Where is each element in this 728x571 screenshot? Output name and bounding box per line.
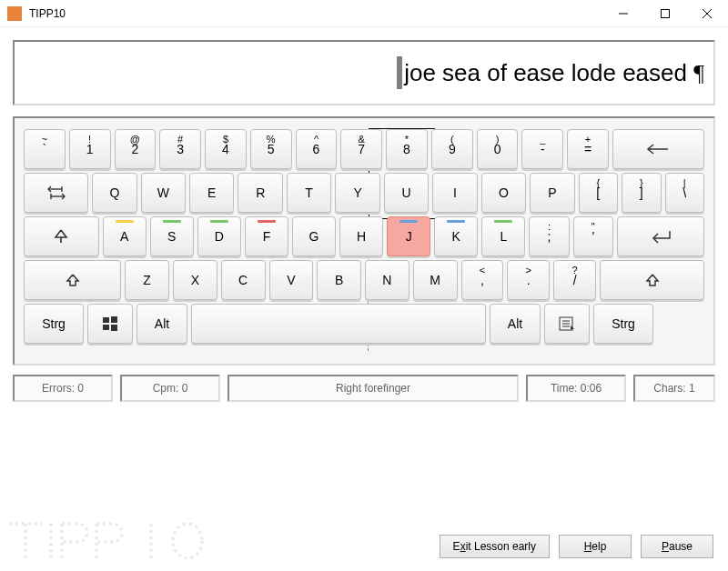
key-B[interactable]: B xyxy=(317,260,361,300)
key-backspace[interactable] xyxy=(612,129,704,169)
key-M[interactable]: M xyxy=(413,260,458,300)
key-L[interactable]: L xyxy=(481,216,525,256)
lesson-text-panel: joe sea of ease lode eased ¶ xyxy=(13,40,715,105)
svg-rect-12 xyxy=(103,325,109,330)
text-cursor xyxy=(397,56,402,89)
key-alt-right[interactable]: Alt xyxy=(490,304,541,344)
key-row-1: ~`!1@2#3$4%5^6&7*8(9)0_-+= xyxy=(24,129,704,169)
exit-lesson-button[interactable]: Exit Lesson early xyxy=(440,535,550,558)
key-7[interactable]: &7 xyxy=(340,129,382,169)
key-6[interactable]: ^6 xyxy=(296,129,338,169)
key-Y[interactable]: Y xyxy=(335,173,379,213)
key-2[interactable]: @2 xyxy=(115,129,157,169)
key-tab[interactable] xyxy=(24,173,88,213)
key-=[interactable]: += xyxy=(567,129,609,169)
key-9[interactable]: (9 xyxy=(431,129,473,169)
main-area: joe sea of ease lode eased ¶ ~`!1@2#3$4%… xyxy=(0,27,728,415)
status-chars: Chars: 1 xyxy=(633,375,715,402)
key-4[interactable]: $4 xyxy=(205,129,247,169)
status-cpm: Cpm: 0 xyxy=(120,375,220,402)
window-title: TIPP10 xyxy=(29,7,602,20)
key-capslock[interactable] xyxy=(24,216,99,256)
key-N[interactable]: N xyxy=(365,260,410,300)
key-X[interactable]: X xyxy=(173,260,217,300)
key-T[interactable]: T xyxy=(287,173,331,213)
key-shift-left[interactable] xyxy=(24,260,121,300)
key-F[interactable]: F xyxy=(245,216,288,256)
key-row-4: ZXCVBNM<,>.?/ xyxy=(24,260,704,300)
key-5[interactable]: %5 xyxy=(250,129,292,169)
virtual-keyboard: ~`!1@2#3$4%5^6&7*8(9)0_-+= QWERTYUIOP{[}… xyxy=(13,116,715,366)
key-punct[interactable]: :; xyxy=(529,216,569,256)
key-windows-key[interactable] xyxy=(87,304,133,344)
key-punct[interactable]: >. xyxy=(507,260,550,300)
key-bracket[interactable]: |\ xyxy=(665,173,705,213)
watermark-logo xyxy=(5,518,224,564)
key-punct[interactable]: ?/ xyxy=(553,260,596,300)
key-A[interactable]: A xyxy=(103,216,147,256)
key-0[interactable]: )0 xyxy=(477,129,519,169)
key-ctrl-right[interactable]: Strg xyxy=(593,304,653,344)
window-controls xyxy=(602,0,728,26)
key-8[interactable]: *8 xyxy=(386,129,428,169)
key-S[interactable]: S xyxy=(150,216,194,256)
key-punct[interactable]: <, xyxy=(461,260,504,300)
pause-button[interactable]: Pause xyxy=(641,535,713,558)
key-H[interactable]: H xyxy=(339,216,383,256)
key-Q[interactable]: Q xyxy=(92,173,136,213)
key-C[interactable]: C xyxy=(221,260,266,300)
svg-point-24 xyxy=(173,524,202,558)
key-alt-left[interactable]: Alt xyxy=(136,304,187,344)
key-E[interactable]: E xyxy=(189,173,234,213)
app-icon xyxy=(7,6,22,21)
key-ctrl-left[interactable]: Strg xyxy=(24,304,84,344)
status-time: Time: 0:06 xyxy=(526,375,626,402)
key-bracket[interactable]: {[ xyxy=(579,173,619,213)
key-row-3: ASDFGHJKL:;"' xyxy=(24,216,704,256)
key-shift-right[interactable] xyxy=(600,260,704,300)
key-row-5: StrgAltAltStrg xyxy=(24,304,704,344)
help-button[interactable]: Help xyxy=(559,535,632,558)
key-1[interactable]: !1 xyxy=(69,129,111,169)
lesson-text: joe sea of ease lode eased ¶ xyxy=(404,59,704,87)
status-bar: Errors: 0 Cpm: 0 Right forefinger Time: … xyxy=(13,375,715,402)
key-3[interactable]: #3 xyxy=(159,129,201,169)
key-enter[interactable] xyxy=(617,216,704,256)
minimize-button[interactable] xyxy=(602,0,644,26)
bottom-button-bar: Exit Lesson early Help Pause xyxy=(440,535,713,558)
key-R[interactable]: R xyxy=(238,173,282,213)
paragraph-mark-icon: ¶ xyxy=(693,60,704,86)
key-G[interactable]: G xyxy=(292,216,336,256)
svg-rect-13 xyxy=(111,325,117,331)
key-Z[interactable]: Z xyxy=(125,260,169,300)
key-menu-key[interactable] xyxy=(544,304,590,344)
key-punct[interactable]: "' xyxy=(573,216,613,256)
key-K[interactable]: K xyxy=(434,216,478,256)
close-button[interactable] xyxy=(686,0,728,26)
key-W[interactable]: W xyxy=(141,173,186,213)
key-P[interactable]: P xyxy=(530,173,574,213)
svg-rect-11 xyxy=(111,316,117,323)
key-O[interactable]: O xyxy=(481,173,526,213)
key-spacebar[interactable] xyxy=(191,304,486,344)
key-`[interactable]: ~` xyxy=(24,129,66,169)
key-V[interactable]: V xyxy=(269,260,314,300)
key--[interactable]: _- xyxy=(521,129,563,169)
key-J[interactable]: J xyxy=(387,216,430,256)
maximize-button[interactable] xyxy=(644,0,686,26)
key-bracket[interactable]: }] xyxy=(622,173,662,213)
key-I[interactable]: I xyxy=(432,173,477,213)
svg-rect-1 xyxy=(662,9,670,17)
svg-rect-10 xyxy=(103,317,109,323)
key-D[interactable]: D xyxy=(197,216,241,256)
status-errors: Errors: 0 xyxy=(13,375,113,402)
title-bar: TIPP10 xyxy=(0,0,728,27)
status-finger: Right forefinger xyxy=(228,375,519,402)
key-row-2: QWERTYUIOP{[}]|\ xyxy=(24,173,704,213)
key-U[interactable]: U xyxy=(384,173,429,213)
